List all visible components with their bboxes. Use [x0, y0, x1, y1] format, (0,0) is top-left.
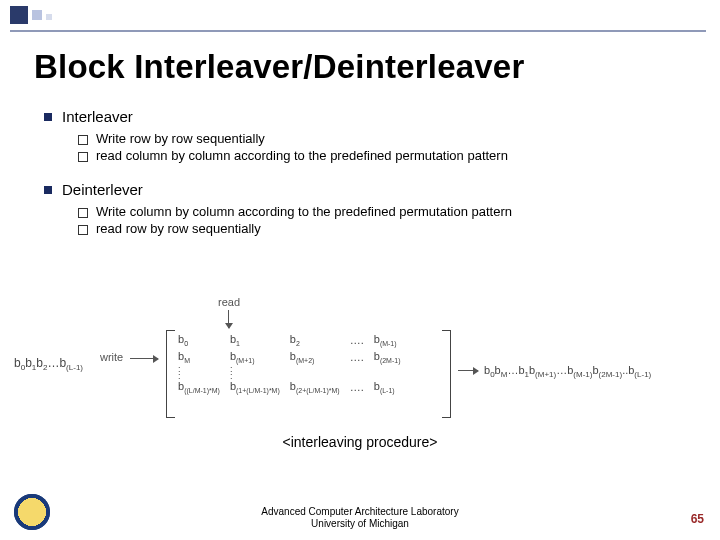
slide-title: Block Interleaver/Deinterleaver: [34, 48, 524, 86]
hollow-bullet-icon: [78, 225, 88, 235]
footer-line-2: University of Michigan: [0, 518, 720, 530]
write-label: write: [100, 351, 123, 363]
slide-top-decoration: [0, 0, 720, 34]
matrix: b0b1b2….b(M-1) bMb(M+1)b(M+2)….b(2M-1) :…: [178, 332, 411, 396]
section-heading-deinterleaver: Deinterlever: [44, 181, 696, 198]
interleaving-figure: b0b1b2…b(L-1) write read b0b1b2….b(M-1) …: [14, 296, 696, 422]
figure-caption: <interleaving procedure>: [0, 434, 720, 450]
slide-footer: Advanced Computer Architecture Laborator…: [0, 506, 720, 530]
hollow-bullet-icon: [78, 152, 88, 162]
list-item: read column by column according to the p…: [78, 148, 696, 163]
arrow-right-icon: [130, 358, 158, 359]
footer-line-1: Advanced Computer Architecture Laborator…: [0, 506, 720, 518]
input-sequence: b0b1b2…b(L-1): [14, 356, 83, 372]
hollow-bullet-icon: [78, 208, 88, 218]
list-item: Write column by column according to the …: [78, 204, 696, 219]
bracket-right-icon: [442, 330, 451, 418]
page-number: 65: [691, 512, 704, 526]
hollow-bullet-icon: [78, 135, 88, 145]
arrow-right-icon: [458, 370, 478, 371]
read-label: read: [218, 296, 240, 308]
section-heading-interleaver: Interleaver: [44, 108, 696, 125]
slide-body: Interleaver Write row by row sequentiall…: [44, 108, 696, 238]
bracket-left-icon: [166, 330, 175, 418]
list-item: read row by row sequentially: [78, 221, 696, 236]
list-item: Write row by row sequentially: [78, 131, 696, 146]
output-sequence: b0bM…b1b(M+1)…b(M-1)b(2M-1)..b(L-1): [484, 364, 651, 379]
arrow-down-icon: [228, 310, 229, 328]
bullet-icon: [44, 113, 52, 121]
bullet-icon: [44, 186, 52, 194]
